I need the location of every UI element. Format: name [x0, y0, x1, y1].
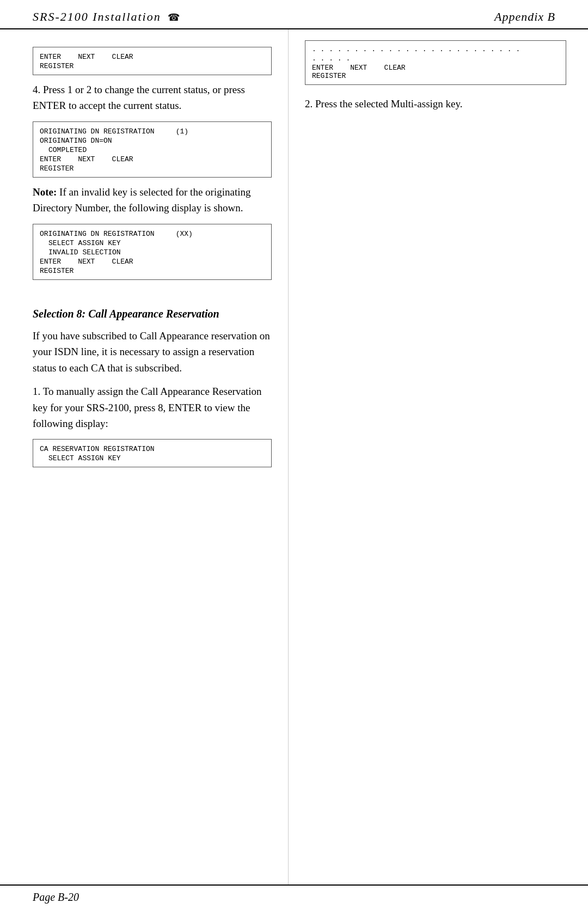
phone-icon: ☎	[164, 12, 181, 23]
page-header: SRS-2100 Installation ☎ Appendix B	[0, 0, 588, 29]
header-left-text: SRS-2100 Installation	[33, 10, 161, 23]
right-column: . . . . . . . . . . . . . . . . . . . . …	[289, 29, 588, 884]
display-line: ENTER NEXT CLEAR	[312, 64, 559, 72]
page-footer: Page B-20	[0, 884, 588, 909]
display-line: INVALID SELECTION	[40, 248, 265, 257]
display-line: ORIGINATING DN REGISTRATION (1)	[40, 127, 265, 136]
main-content: ENTER NEXT CLEAR REGISTER 4. Press 1 or …	[0, 29, 588, 884]
note-block: Note: If an invalid key is selected for …	[33, 184, 272, 216]
display-line: SELECT ASSIGN KEY	[40, 239, 265, 247]
header-right-text: Appendix B	[494, 10, 555, 23]
display-box-4: CA RESERVATION REGISTRATION SELECT ASSIG…	[33, 439, 272, 467]
paragraph-2: If you have subscribed to Call Appearanc…	[33, 328, 272, 376]
right-display-box-1: . . . . . . . . . . . . . . . . . . . . …	[305, 40, 566, 85]
display-line: ORIGINATING DN=ON	[40, 137, 265, 145]
note-bold: Note:	[33, 186, 57, 198]
page: SRS-2100 Installation ☎ Appendix B ENTER…	[0, 0, 588, 909]
display-line: REGISTER	[40, 267, 265, 275]
display-line: ENTER NEXT CLEAR	[40, 53, 265, 61]
header-title-left: SRS-2100 Installation ☎	[33, 10, 181, 24]
display-line: SELECT ASSIGN KEY	[40, 454, 265, 462]
dots-line-2: . . . . .	[312, 54, 559, 63]
display-line: ORIGINATING DN REGISTRATION (XX)	[40, 230, 265, 238]
right-paragraph-1: 2. Press the selected Multi-assign key.	[305, 96, 566, 112]
display-line: REGISTER	[40, 164, 265, 173]
display-line: ENTER NEXT CLEAR	[40, 258, 265, 266]
display-box-3: ORIGINATING DN REGISTRATION (XX) SELECT …	[33, 224, 272, 280]
display-box-2: ORIGINATING DN REGISTRATION (1) ORIGINAT…	[33, 121, 272, 178]
paragraph-1: 4. Press 1 or 2 to change the current st…	[33, 82, 272, 114]
section-heading: Selection 8: Call Appearance Reservation	[33, 306, 272, 321]
display-line: ENTER NEXT CLEAR	[40, 155, 265, 163]
left-column: ENTER NEXT CLEAR REGISTER 4. Press 1 or …	[0, 29, 289, 884]
display-line: REGISTER	[312, 72, 559, 80]
display-line: REGISTER	[40, 62, 265, 70]
display-line: CA RESERVATION REGISTRATION	[40, 445, 265, 453]
display-line: COMPLETED	[40, 146, 265, 154]
dots-line-1: . . . . . . . . . . . . . . . . . . . . …	[312, 45, 559, 53]
header-title-right: Appendix B	[494, 10, 555, 24]
page-number: Page B-20	[33, 891, 79, 903]
paragraph-3: 1. To manually assign the Call Appearanc…	[33, 383, 272, 431]
display-box-1: ENTER NEXT CLEAR REGISTER	[33, 47, 272, 75]
